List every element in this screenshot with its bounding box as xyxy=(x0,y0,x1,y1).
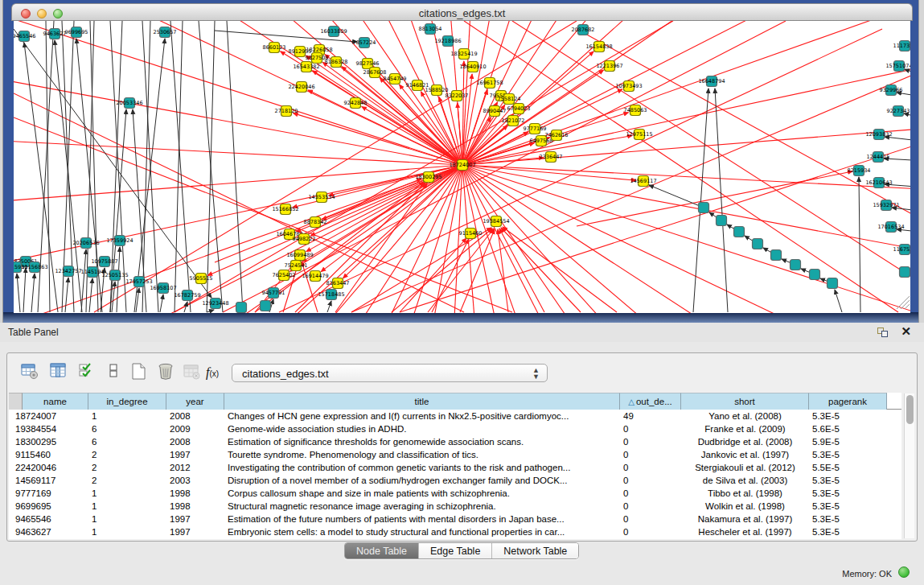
graph-node[interactable] xyxy=(753,239,763,249)
tab-node-table[interactable]: Node Table xyxy=(345,543,419,558)
table-mode-icon[interactable] xyxy=(105,362,125,381)
graph-node[interactable]: 9242848 xyxy=(344,98,368,109)
delete-table-icon[interactable] xyxy=(183,362,202,381)
graph-node[interactable] xyxy=(261,301,271,311)
graph-node[interactable]: 16961758 xyxy=(476,78,503,89)
graph-node[interactable]: 16099489 xyxy=(286,250,313,261)
table-selector-dropdown[interactable]: citations_edges.txt ▲▼ xyxy=(232,364,548,382)
graph-node[interactable]: 16033809 xyxy=(320,27,347,37)
graph-node-label: 2530657 xyxy=(154,29,177,35)
column-visibility-icon[interactable] xyxy=(50,362,69,381)
column-header-title[interactable]: title xyxy=(224,393,620,410)
table-row[interactable]: 911546021997Tourette syndrome. Phenomeno… xyxy=(9,449,901,462)
graph-node[interactable]: 12342757 xyxy=(55,266,81,277)
table-row[interactable]: 2242004622012Investigating the contribut… xyxy=(9,462,901,475)
graph-node[interactable]: 9115460 xyxy=(459,229,483,239)
table-row[interactable]: 969969511998Structural magnetic resonanc… xyxy=(9,501,901,513)
function-builder-icon[interactable]: f(x) xyxy=(206,365,219,380)
window-titlebar[interactable]: citations_edges.txt xyxy=(11,3,913,21)
graph-edge xyxy=(462,165,910,259)
graph-node-label: 14569117 xyxy=(630,178,656,184)
graph-node[interactable]: 8215934 xyxy=(848,166,871,176)
graph-node[interactable]: 16914479 xyxy=(302,271,328,282)
graph-node[interactable]: 9227343 xyxy=(887,106,910,117)
memory-status-indicator[interactable] xyxy=(898,566,910,578)
graph-node[interactable]: 8454749 xyxy=(384,74,407,84)
table-row[interactable]: 1938455462009Genome-wide association stu… xyxy=(9,423,901,436)
graph-node[interactable]: 6794023 xyxy=(507,104,531,114)
graph-node[interactable]: 16648794 xyxy=(698,76,725,87)
graph-node[interactable]: 19384554 xyxy=(483,216,509,227)
graph-node[interactable]: 9465546 xyxy=(14,31,35,42)
graph-node[interactable]: 17957253 xyxy=(125,277,152,287)
vertical-scrollbar[interactable] xyxy=(904,393,914,538)
float-panel-icon[interactable] xyxy=(877,328,889,338)
graph-node[interactable]: 15166852 xyxy=(272,204,298,215)
graph-node[interactable]: 15932971 xyxy=(873,200,899,211)
table-row[interactable]: 1872400712008Changes of HCN gene express… xyxy=(9,410,901,423)
graph-node[interactable]: 7558124 xyxy=(498,94,521,105)
graph-node[interactable] xyxy=(791,260,801,270)
create-column-icon[interactable] xyxy=(129,362,149,381)
graph-node[interactable]: 8813054 xyxy=(419,24,442,35)
graph-node[interactable] xyxy=(699,203,709,213)
graph-node[interactable]: 9699695 xyxy=(65,27,88,38)
graph-node[interactable] xyxy=(810,270,820,280)
graph-node-label: 16543382 xyxy=(293,64,319,70)
network-canvas[interactable]: 1872400786601238912955182260589827508818… xyxy=(14,21,910,313)
cell-title: Genome-wide association studies in ADHD. xyxy=(228,424,618,434)
graph-node[interactable]: 12093832 xyxy=(865,130,892,140)
column-header-in_degree[interactable]: in_degree xyxy=(88,393,166,410)
column-header-pagerank[interactable]: pagerank xyxy=(809,393,887,410)
graph-node[interactable] xyxy=(771,250,782,261)
graph-node[interactable]: 16543382 xyxy=(293,62,319,72)
graph-node[interactable]: 8660123 xyxy=(263,43,286,53)
column-header-out_de[interactable]: △out_de... xyxy=(620,393,681,410)
graph-node[interactable]: 14353534 xyxy=(308,192,335,203)
tab-edge-table[interactable]: Edge Table xyxy=(419,543,492,558)
table-row[interactable]: 946554611997Estimation of the future num… xyxy=(9,513,901,526)
table-row[interactable]: 946362711997Embryonic stem cells: a mode… xyxy=(9,526,901,539)
tab-network-table[interactable]: Network Table xyxy=(492,543,578,558)
column-header-name[interactable]: name xyxy=(23,393,88,410)
column-header-year[interactable]: year xyxy=(166,393,224,410)
graph-node[interactable]: 9457791 xyxy=(262,288,285,299)
table-row[interactable]: 1830029562008Estimation of significance … xyxy=(9,436,901,449)
table-options-icon[interactable] xyxy=(21,362,40,381)
delete-column-icon[interactable] xyxy=(157,362,176,381)
graph-node[interactable]: 2336447 xyxy=(540,152,563,163)
graph-node[interactable]: 1244415 xyxy=(867,152,890,163)
graph-node[interactable]: 1117353 xyxy=(893,41,910,51)
table-row[interactable]: 977716911998Corpus callosum shape and si… xyxy=(9,488,901,501)
graph-node[interactable]: 7625402 xyxy=(273,270,296,281)
graph-node[interactable]: 7485063 xyxy=(624,105,647,116)
graph-node[interactable]: 8163447 xyxy=(326,278,350,289)
graph-node[interactable]: 2530657 xyxy=(154,27,177,38)
graph-node[interactable]: 20053346 xyxy=(116,98,142,109)
graph-node[interactable]: 12923448 xyxy=(202,299,228,309)
graph-node[interactable]: 17016534 xyxy=(877,222,904,233)
graph-node[interactable]: 12975115 xyxy=(626,130,652,140)
close-panel-icon[interactable]: ✕ xyxy=(901,324,911,339)
graph-node[interactable]: 9329966 xyxy=(880,85,903,96)
graph-node[interactable] xyxy=(236,303,247,313)
graph-node[interactable] xyxy=(900,267,910,278)
graph-node-label: 8454749 xyxy=(384,76,407,82)
graph-node[interactable]: 5905515 xyxy=(190,274,213,284)
graph-node[interactable]: 15718485 xyxy=(318,290,344,300)
graph-node[interactable]: 16958107 xyxy=(150,283,176,294)
graph-node[interactable] xyxy=(717,216,727,226)
graph-node[interactable]: 9498222 xyxy=(293,234,316,245)
scrollbar-thumb[interactable] xyxy=(906,395,914,424)
graph-node[interactable]: 1167531 xyxy=(893,245,910,255)
graph-node[interactable] xyxy=(734,227,745,237)
graph-node[interactable]: 22420046 xyxy=(288,82,314,93)
graph-node[interactable]: 17359924 xyxy=(106,236,133,246)
graph-node[interactable]: 18325419 xyxy=(450,49,477,60)
column-header-short[interactable]: short xyxy=(681,393,809,410)
graph-node[interactable] xyxy=(827,278,838,289)
row-selection-icon[interactable] xyxy=(78,362,97,381)
table-row[interactable]: 1456911722003Disruption of a novel membe… xyxy=(9,475,901,488)
graph-node[interactable]: 19218986 xyxy=(434,36,461,47)
graph-node[interactable]: 2718120 xyxy=(275,106,298,117)
